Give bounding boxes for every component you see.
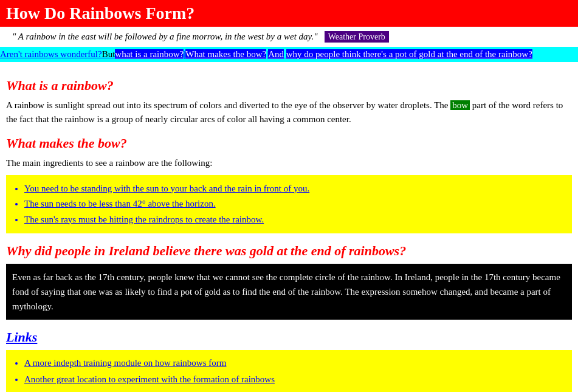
section1-text: A rainbow is sunlight spread out into it… [6, 98, 572, 126]
nav-pot-of-gold[interactable]: why do people think there's a pot of gol… [286, 49, 532, 59]
links-section: Links A more indepth training module on … [6, 329, 572, 392]
section1-text1: A rainbow is sunlight spread out into it… [6, 100, 450, 110]
quote-bar: " A rainbow in the east will be followed… [0, 27, 578, 47]
section3-heading: Why did people in Ireland believe there … [6, 243, 572, 259]
section2-heading: What makes the bow? [6, 136, 572, 151]
quote-text: " A rainbow in the east will be followed… [12, 32, 317, 41]
section3-text-box: Even as far back as the 17th century, pe… [6, 264, 572, 320]
bullet-2: The sun needs to be less than 42° above … [24, 196, 566, 212]
page-title: How Do Rainbows Form? [6, 4, 572, 23]
page-header: How Do Rainbows Form? [0, 0, 578, 27]
section2-bullets: You need to be standing with the sun to … [6, 175, 572, 234]
weather-proverb-badge: Weather Proverb [325, 31, 389, 43]
section1-heading: What is a rainbow? [6, 78, 572, 94]
section3-text: Even as far back as the 17th century, pe… [12, 272, 560, 311]
nav-what-makes-bow[interactable]: What makes the bow? [185, 49, 266, 59]
nav-what-is-rainbow[interactable]: what is a rainbow? [115, 49, 184, 59]
bow-highlight: bow [450, 100, 470, 110]
links-list: A more indepth training module on how ra… [6, 350, 572, 392]
nav-rainbows-wonderful[interactable]: Aren't rainbows wonderful? [0, 49, 102, 59]
main-content: What is a rainbow? A rainbow is sunlight… [0, 62, 578, 392]
nav-and[interactable]: And [268, 49, 284, 59]
section2-intro: The main ingredients to see a rainbow ar… [6, 156, 572, 170]
nav-bar: Aren't rainbows wonderful?Butwhat is a r… [0, 47, 578, 62]
link-2[interactable]: Another great location to experiment wit… [24, 371, 566, 388]
bullet-3: The sun's rays must be hitting the raind… [24, 212, 566, 228]
link-1[interactable]: A more indepth training module on how ra… [24, 355, 566, 371]
links-heading: Links [6, 329, 572, 345]
bullet-1: You need to be standing with the sun to … [24, 181, 566, 197]
nav-but: But [102, 49, 115, 59]
